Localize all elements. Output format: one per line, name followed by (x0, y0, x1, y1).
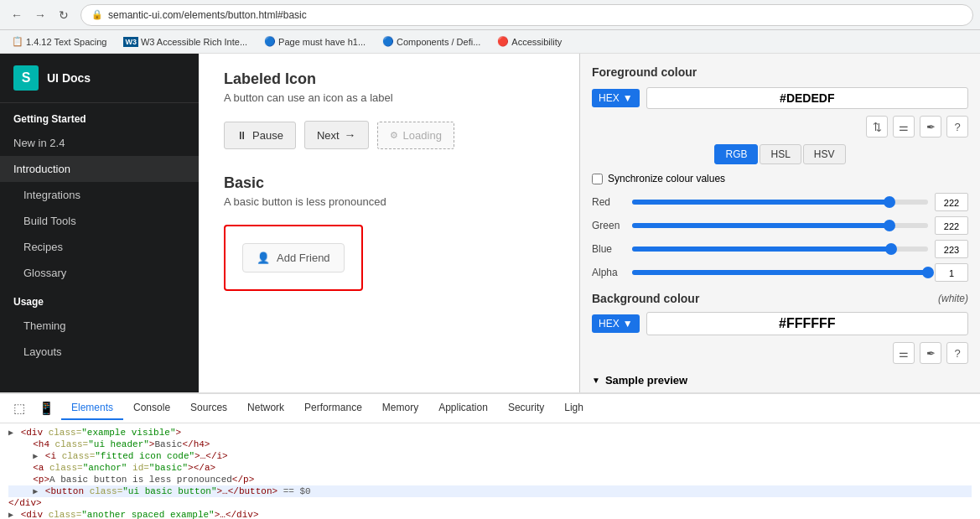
tab-application[interactable]: Application (428, 397, 498, 420)
tab-elements[interactable]: Elements (61, 397, 123, 420)
basic-section-subtitle: A basic button is less pronounced (224, 195, 554, 208)
sidebar-item-build-tools[interactable]: Build Tools (0, 208, 199, 234)
red-slider-row: Red 222 (592, 193, 968, 211)
alpha-slider[interactable] (632, 270, 928, 275)
foreground-title: Foreground colour (592, 65, 968, 79)
refresh-button[interactable]: ↻ (54, 5, 74, 25)
blue-slider[interactable] (632, 247, 928, 252)
sidebar-item-integrations[interactable]: Integrations (0, 182, 199, 208)
bookmark-text-spacing[interactable]: 📋 1.4.12 Text Spacing (7, 34, 111, 49)
devtools-line-4[interactable]: <a class="anchor" id="basic"></a> (8, 462, 972, 474)
red-label: Red (592, 196, 625, 208)
devtools-inspect-button[interactable]: ⬚ (7, 396, 32, 421)
bookmark-icon: W3 (123, 37, 138, 47)
alpha-value[interactable]: 1 (935, 263, 968, 282)
fg-hex-input[interactable] (646, 87, 968, 109)
alpha-label: Alpha (592, 267, 625, 278)
tab-rgb[interactable]: RGB (714, 144, 758, 164)
pause-button[interactable]: ⏸ Pause (224, 122, 296, 149)
loading-button[interactable]: ⚙ Loading (377, 122, 454, 149)
tab-lighthouse[interactable]: Ligh (554, 397, 594, 420)
sidebar: S UI Docs Getting Started New in 2.4 Int… (0, 54, 199, 392)
bg-sliders-icon-button[interactable]: ⚌ (893, 342, 915, 364)
blue-value[interactable]: 223 (935, 240, 968, 258)
sidebar-logo-icon: S (13, 65, 39, 91)
nav-buttons: ← → ↻ (7, 5, 74, 25)
swap-icon-button[interactable]: ⇅ (866, 116, 888, 138)
devtools-mobile-button[interactable]: 📱 (32, 396, 61, 421)
red-value[interactable]: 222 (935, 193, 968, 211)
background-section: Background colour (white) HEX ▼ ⚌ ✒ ? (592, 292, 968, 364)
fg-hex-dropdown[interactable]: HEX ▼ (592, 89, 640, 107)
loading-spinner-icon: ⚙ (390, 130, 398, 141)
pause-label: Pause (252, 129, 283, 142)
tab-hsl[interactable]: HSL (760, 144, 801, 164)
devtools-line-3[interactable]: ▶ <i class="fitted icon code">…</i> (8, 450, 972, 462)
help-icon-button[interactable]: ? (946, 116, 968, 138)
green-slider[interactable] (632, 223, 928, 228)
fg-header: HEX ▼ (592, 87, 968, 109)
sidebar-item-introduction[interactable]: Introduction (0, 156, 199, 182)
sidebar-item-new-in-24[interactable]: New in 2.4 (0, 130, 199, 156)
arrow-right-icon: → (345, 128, 356, 142)
devtools-tabs-bar: ⬚ 📱 Elements Console Sources Network Per… (0, 392, 980, 423)
tab-network[interactable]: Network (237, 397, 294, 420)
devtools-line-2[interactable]: <h4 class="ui header">Basic</h4> (8, 439, 972, 450)
bookmark-accessibility[interactable]: 🔴 Accessibility (492, 34, 567, 49)
sidebar-logo-text: UI Docs (47, 71, 91, 85)
browser-chrome: ← → ↻ 🔒 semantic-ui.com/elements/button.… (0, 0, 980, 30)
color-tabs: RGB HSL HSV (592, 144, 968, 164)
url-text: semantic-ui.com/elements/button.html#bas… (108, 9, 307, 21)
bookmark-components[interactable]: 🔵 Components / Defi... (377, 34, 485, 49)
devtools-line-1[interactable]: ▶ <div class="example visible"> (8, 427, 972, 439)
bg-help-icon-button[interactable]: ? (946, 342, 968, 364)
triangle-icon: ▶ (8, 428, 13, 438)
sidebar-item-theming[interactable]: Theming (0, 313, 199, 339)
back-button[interactable]: ← (7, 5, 27, 25)
pause-icon: ⏸ (236, 129, 247, 142)
tab-memory[interactable]: Memory (372, 397, 428, 420)
next-label: Next (317, 129, 340, 142)
sidebar-logo: S UI Docs (0, 54, 199, 103)
bg-input-row: HEX ▼ (592, 312, 968, 335)
sidebar-item-layouts[interactable]: Layouts (0, 339, 199, 365)
devtools-line-7[interactable]: </div> (8, 497, 972, 509)
triangle-icon: ▶ (8, 511, 13, 519)
panel-icon-row: ⇅ ⚌ ✒ ? (592, 116, 968, 138)
devtools-line-6[interactable]: ▶ <button class="ui basic button">…</but… (8, 485, 972, 497)
forward-button[interactable]: → (30, 5, 50, 25)
sidebar-item-glossary[interactable]: Glossary (0, 260, 199, 286)
bg-hex-dropdown[interactable]: HEX ▼ (592, 314, 640, 333)
next-button[interactable]: Next → (304, 121, 369, 149)
bg-hex-input[interactable] (646, 312, 968, 335)
url-bar[interactable]: 🔒 semantic-ui.com/elements/button.html#b… (80, 4, 973, 26)
bookmark-icon: 🔵 (264, 36, 276, 47)
bg-eyedropper-icon-button[interactable]: ✒ (920, 342, 941, 364)
labeled-icon-subtitle: A button can use an icon as a label (224, 91, 554, 104)
tab-console[interactable]: Console (123, 397, 180, 420)
bookmark-icon: 📋 (12, 36, 23, 47)
eyedropper-icon-button[interactable]: ✒ (920, 116, 941, 138)
devtools-line-5[interactable]: <p>A basic button is less pronounced</p> (8, 474, 972, 485)
bg-hex-label: HEX (599, 318, 620, 330)
blue-slider-row: Blue 223 (592, 240, 968, 258)
labeled-icon-title: Labeled Icon (224, 70, 554, 88)
bookmark-page-h1[interactable]: 🔵 Page must have h1... (259, 34, 371, 49)
tab-security[interactable]: Security (498, 397, 554, 420)
green-value[interactable]: 222 (935, 216, 968, 235)
add-friend-button[interactable]: 👤 Add Friend (242, 243, 345, 272)
devtools-line-8[interactable]: ▶ <div class="another spaced example">…<… (8, 509, 972, 519)
main-content: S UI Docs Getting Started New in 2.4 Int… (0, 54, 980, 392)
lock-icon: 🔒 (91, 9, 103, 20)
tab-performance[interactable]: Performance (294, 397, 372, 420)
green-slider-row: Green 222 (592, 216, 968, 235)
red-slider[interactable] (632, 200, 928, 205)
bookmark-w3[interactable]: W3 W3 Accessible Rich Inte... (118, 35, 252, 49)
tab-sources[interactable]: Sources (180, 397, 237, 420)
sidebar-item-recipes[interactable]: Recipes (0, 234, 199, 260)
sliders-icon-button[interactable]: ⚌ (893, 116, 915, 138)
bg-white-label: (white) (938, 293, 968, 304)
add-friend-label: Add Friend (277, 252, 330, 264)
sync-checkbox[interactable] (592, 174, 603, 184)
tab-hsv[interactable]: HSV (803, 144, 846, 164)
